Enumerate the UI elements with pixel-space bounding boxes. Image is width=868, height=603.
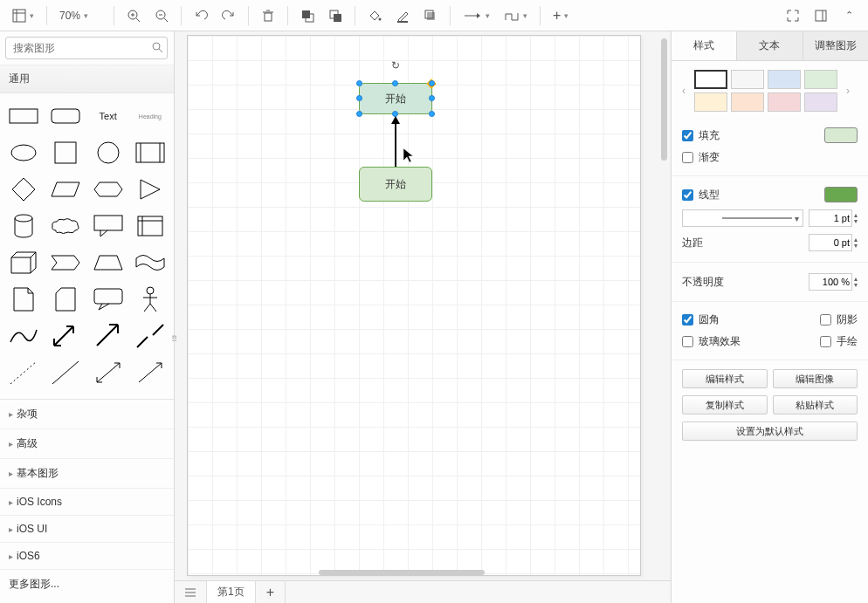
shape-text[interactable]: Text bbox=[90, 100, 127, 132]
shape-cube[interactable] bbox=[5, 247, 42, 278]
to-front-button[interactable] bbox=[295, 3, 320, 28]
undo-button[interactable] bbox=[189, 3, 213, 28]
glass-checkbox[interactable]: 玻璃效果 bbox=[682, 334, 741, 349]
shape-step[interactable] bbox=[47, 247, 84, 278]
handle-w[interactable] bbox=[356, 95, 362, 101]
swatch[interactable] bbox=[768, 93, 801, 112]
swatch[interactable] bbox=[694, 70, 727, 89]
shape-line[interactable] bbox=[47, 357, 84, 388]
tab-text[interactable]: 文本 bbox=[737, 31, 803, 60]
handle-nw[interactable] bbox=[356, 80, 362, 86]
shape-trapezoid[interactable] bbox=[90, 247, 127, 278]
diagram-page[interactable]: 开始 ↻ 开始 bbox=[187, 35, 641, 576]
swatch-prev[interactable]: ‹ bbox=[677, 85, 691, 97]
stepper-icon[interactable]: ▴▾ bbox=[854, 212, 858, 224]
swatch-next[interactable]: › bbox=[841, 85, 855, 97]
swatch[interactable] bbox=[694, 93, 727, 112]
shape-link[interactable] bbox=[132, 320, 169, 352]
shape-callout[interactable] bbox=[90, 210, 127, 242]
redo-button[interactable] bbox=[217, 3, 241, 28]
to-back-button[interactable] bbox=[323, 3, 348, 28]
lib-item[interactable]: iOS6 bbox=[0, 543, 174, 570]
line-checkbox[interactable]: 线型 bbox=[682, 188, 720, 202]
lib-item[interactable]: 杂项 bbox=[0, 400, 174, 429]
category-header-general[interactable]: 通用 bbox=[0, 65, 174, 93]
shape-actor[interactable] bbox=[132, 284, 169, 315]
handle-e[interactable] bbox=[429, 95, 435, 101]
sketch-checkbox[interactable]: 手绘 bbox=[820, 334, 858, 349]
collapse-button[interactable]: ⌃ bbox=[837, 3, 861, 28]
insert-dropdown[interactable]: +▾ bbox=[548, 3, 574, 28]
view-dropdown[interactable]: ▾ bbox=[7, 3, 39, 28]
shape-hexagon[interactable] bbox=[90, 174, 127, 205]
swatch[interactable] bbox=[731, 70, 764, 89]
zoom-out-button[interactable] bbox=[149, 3, 174, 28]
node-start-1[interactable]: 开始 ↻ bbox=[359, 83, 432, 114]
swatch[interactable] bbox=[804, 70, 837, 89]
gradient-checkbox[interactable]: 渐变 bbox=[682, 150, 720, 165]
shape-parallelogram[interactable] bbox=[47, 174, 84, 205]
more-shapes-link[interactable]: 更多图形... bbox=[0, 570, 174, 599]
horizontal-scrollbar[interactable] bbox=[319, 570, 485, 575]
stepper-icon[interactable]: ▴▾ bbox=[854, 236, 858, 249]
node-start-2[interactable]: 开始 bbox=[359, 167, 432, 202]
perimeter-input[interactable] bbox=[809, 234, 852, 251]
shadow-button[interactable] bbox=[418, 3, 443, 28]
fill-checkbox[interactable]: 填充 bbox=[682, 128, 720, 143]
search-icon[interactable] bbox=[151, 41, 163, 53]
format-panel-toggle[interactable] bbox=[809, 3, 833, 28]
line-color-button[interactable] bbox=[390, 3, 415, 28]
handle-ne[interactable] bbox=[429, 80, 435, 86]
shape-curve[interactable] bbox=[5, 320, 42, 352]
line-color-button[interactable] bbox=[824, 187, 858, 202]
tab-style[interactable]: 样式 bbox=[672, 31, 737, 60]
shape-diamond[interactable] bbox=[5, 174, 42, 205]
shape-rounded-rect[interactable] bbox=[47, 100, 84, 132]
lib-item[interactable]: 基本图形 bbox=[0, 459, 174, 489]
delete-button[interactable] bbox=[256, 3, 280, 28]
stepper-icon[interactable]: ▴▾ bbox=[854, 276, 858, 288]
shape-tape[interactable] bbox=[132, 247, 169, 278]
swatch[interactable] bbox=[768, 70, 801, 89]
canvas-area[interactable]: ⠿ 开始 ↻ 开始 bbox=[175, 31, 671, 603]
rounded-checkbox[interactable]: 圆角 bbox=[682, 312, 720, 327]
shape-triangle[interactable] bbox=[132, 174, 169, 205]
edit-style-button[interactable]: 编辑样式 bbox=[682, 369, 768, 388]
zoom-in-button[interactable] bbox=[121, 3, 146, 28]
shape-bidir-line[interactable] bbox=[90, 357, 127, 388]
handle-se[interactable] bbox=[429, 111, 435, 117]
add-page-button[interactable]: + bbox=[256, 581, 286, 603]
waypoints-dropdown[interactable]: ▾ bbox=[499, 3, 533, 28]
rotate-handle[interactable]: ↻ bbox=[391, 59, 400, 72]
copy-style-button[interactable]: 复制样式 bbox=[682, 395, 768, 415]
search-input[interactable] bbox=[5, 37, 168, 59]
opacity-input[interactable] bbox=[809, 273, 852, 291]
page-menu-button[interactable] bbox=[175, 581, 207, 603]
shape-dashed-line[interactable] bbox=[5, 357, 42, 388]
connection-dropdown[interactable]: ▾ bbox=[458, 3, 495, 28]
shape-rect[interactable] bbox=[5, 100, 42, 132]
handle-n[interactable] bbox=[392, 80, 398, 86]
edge[interactable] bbox=[395, 123, 396, 167]
shape-square[interactable] bbox=[47, 137, 84, 168]
fullscreen-button[interactable] bbox=[781, 3, 805, 28]
paste-style-button[interactable]: 粘贴样式 bbox=[773, 395, 858, 415]
fill-color-button[interactable] bbox=[362, 3, 387, 28]
shape-cylinder[interactable] bbox=[5, 210, 42, 242]
shape-arrow[interactable] bbox=[90, 320, 127, 352]
lib-item[interactable]: 高级 bbox=[0, 429, 174, 459]
shape-circle[interactable] bbox=[90, 137, 127, 168]
line-style-select[interactable]: ▾ bbox=[682, 209, 803, 227]
shape-bidir-arrow[interactable] bbox=[47, 320, 84, 352]
shadow-checkbox[interactable]: 阴影 bbox=[820, 312, 858, 327]
swatch[interactable] bbox=[731, 93, 764, 112]
swatch[interactable] bbox=[804, 93, 837, 112]
tab-arrange[interactable]: 调整图形 bbox=[803, 31, 868, 60]
lib-item[interactable]: iOS Icons bbox=[0, 489, 174, 516]
handle-sw[interactable] bbox=[356, 111, 362, 117]
shape-cloud[interactable] bbox=[47, 210, 84, 242]
vertical-scrollbar[interactable] bbox=[661, 38, 667, 161]
fill-color-button[interactable] bbox=[824, 127, 858, 143]
shape-card[interactable] bbox=[47, 284, 84, 315]
line-width-input[interactable] bbox=[809, 209, 852, 227]
